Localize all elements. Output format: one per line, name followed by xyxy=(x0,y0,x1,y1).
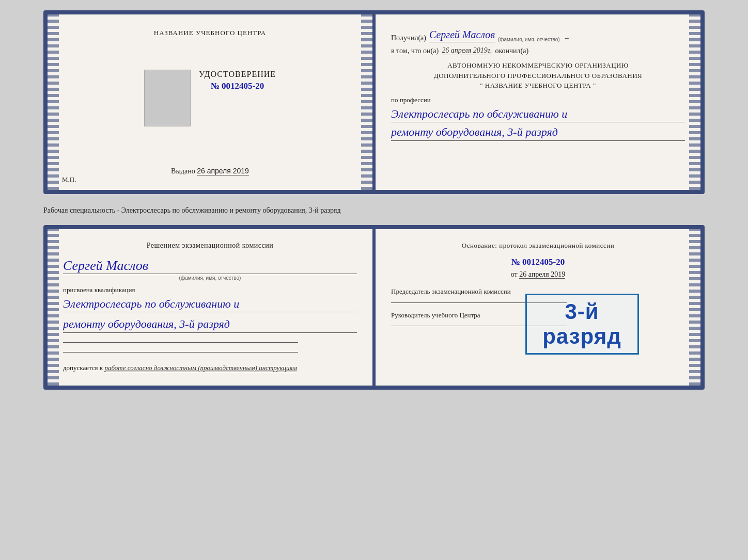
photo-row: УДОСТОВЕРЕНИЕ № 0012405-20 xyxy=(144,70,276,126)
udostoverenie-section: УДОСТОВЕРЕНИЕ № 0012405-20 xyxy=(199,70,276,91)
bottom-right-panel: Основание: протокол экзаменационной коми… xyxy=(372,229,700,386)
org-line3: " НАЗВАНИЕ УЧЕБНОГО ЦЕНТРА " xyxy=(391,81,685,91)
vtom-line: в том, что он(а) 26 апреля 2019г. окончи… xyxy=(391,46,685,55)
ot-date: от 26 апреля 2019 xyxy=(391,270,685,279)
osnovanie-title: Основание: протокол экзаменационной коми… xyxy=(391,242,685,250)
bottom-left-panel: Решением экзаменационной комиссии Сергей… xyxy=(48,229,372,386)
ot-date-value: 26 апреля 2019 xyxy=(519,270,565,279)
org-line1: АВТОНОМНУЮ НЕКОММЕРЧЕСКУЮ ОРГАНИЗАЦИЮ xyxy=(391,60,685,71)
signature-lines-left xyxy=(63,342,357,353)
org-line2: ДОПОЛНИТЕЛЬНОГО ПРОФЕССИОНАЛЬНОГО ОБРАЗО… xyxy=(391,71,685,81)
vtom-label: в том, что он(а) xyxy=(391,47,439,55)
vydano-line: Выдано 26 апреля 2019 xyxy=(171,167,249,175)
right-border-strip-left xyxy=(361,14,372,190)
protocol-number: № 0012405-20 xyxy=(391,257,685,267)
cert-right-panel: Получил(а) Сергей Маслов (фамилия, имя, … xyxy=(372,14,700,190)
udostoverenie-number: № 0012405-20 xyxy=(199,81,276,91)
profession-line1: Электрослесарь по обслуживанию и xyxy=(391,106,685,123)
bottom-recipient-name: Сергей Маслов xyxy=(63,258,357,274)
dopuskaetsya-section: допускается к работе согласно должностны… xyxy=(63,363,357,373)
right-border-strip-right xyxy=(689,14,700,190)
po-professii-label: по профессии xyxy=(391,96,685,104)
resheniem-title: Решением экзаменационной комиссии xyxy=(63,242,357,250)
middle-label: Рабочая специальность - Электрослесарь п… xyxy=(43,202,705,217)
qualification-line2: ремонту оборудования, 3-й разряд xyxy=(63,316,357,333)
left-border-strip xyxy=(48,14,59,190)
poluchil-line: Получил(а) Сергей Маслов (фамилия, имя, … xyxy=(391,29,685,42)
protocol-number-value: 0012405-20 xyxy=(522,257,565,267)
prisvoena-label: присвоена квалификация xyxy=(63,286,357,294)
recipient-name: Сергей Маслов xyxy=(429,29,495,42)
photo-placeholder xyxy=(144,70,191,126)
protocol-number-prefix: № xyxy=(511,257,520,267)
dopuskaetsya-text: работе согласно должностным (производств… xyxy=(104,364,297,372)
org-block: АВТОНОМНУЮ НЕКОММЕРЧЕСКУЮ ОРГАНИЗАЦИЮ ДО… xyxy=(391,60,685,91)
number-value: 0012405-20 xyxy=(222,81,264,91)
ot-label: от xyxy=(511,270,518,278)
vtom-date: 26 апреля 2019г. xyxy=(442,46,492,55)
okoncil-label: окончил(а) xyxy=(495,47,528,55)
name-block: Сергей Маслов (фамилия, имя, отчество) xyxy=(63,258,357,281)
sig-line-2 xyxy=(63,352,298,353)
qualification-stamp: 3-й разряд xyxy=(525,294,639,355)
vydano-date: 26 апреля 2019 xyxy=(197,167,249,175)
bottom-right-border xyxy=(689,229,700,386)
bottom-certificate-card: Решением экзаменационной комиссии Сергей… xyxy=(43,225,705,390)
page-container: НАЗВАНИЕ УЧЕБНОГО ЦЕНТРА УДОСТОВЕРЕНИЕ №… xyxy=(10,10,738,390)
top-certificate-card: НАЗВАНИЕ УЧЕБНОГО ЦЕНТРА УДОСТОВЕРЕНИЕ №… xyxy=(43,10,705,194)
poluchil-label: Получил(а) xyxy=(391,34,426,42)
cert-left-panel: НАЗВАНИЕ УЧЕБНОГО ЦЕНТРА УДОСТОВЕРЕНИЕ №… xyxy=(48,14,372,190)
bottom-fio-label: (фамилия, имя, отчество) xyxy=(63,275,357,281)
dash-symbol: – xyxy=(565,34,569,42)
fio-sub-label: (фамилия, имя, отчество) xyxy=(498,37,560,42)
bottom-left-border xyxy=(48,229,59,386)
sig-line-1 xyxy=(63,342,298,343)
number-prefix: № xyxy=(211,81,220,91)
mp-label: М.П. xyxy=(62,175,76,184)
training-center-title: НАЗВАНИЕ УЧЕБНОГО ЦЕНТРА xyxy=(154,29,266,37)
qualification-line1: Электрослесарь по обслуживанию и xyxy=(63,296,357,313)
dopuskaetsya-label: допускается к xyxy=(63,364,103,372)
profession-line2: ремонту оборудования, 3-й разряд xyxy=(391,124,685,141)
udostoverenie-title: УДОСТОВЕРЕНИЕ xyxy=(199,70,276,79)
vydano-label: Выдано xyxy=(171,167,195,175)
stamp-text: 3-й разряд xyxy=(542,299,621,348)
